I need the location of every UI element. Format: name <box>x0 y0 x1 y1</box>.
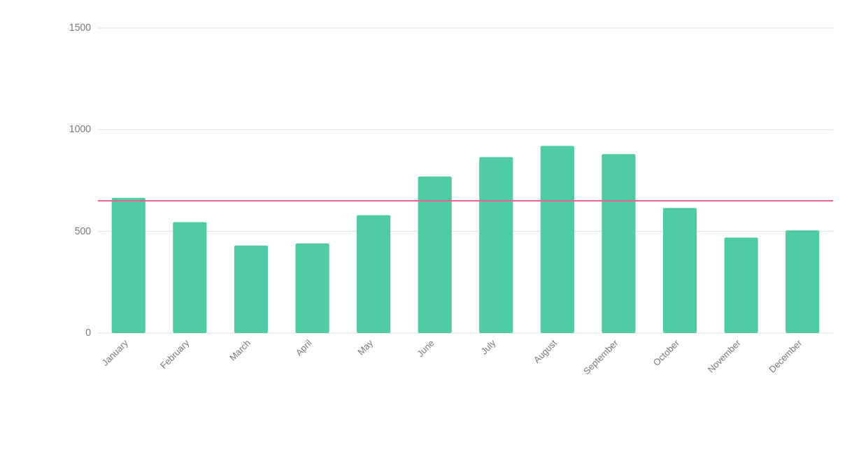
svg-text:1500: 1500 <box>69 22 91 33</box>
svg-text:500: 500 <box>75 225 92 236</box>
svg-rect-11 <box>295 243 329 333</box>
svg-rect-19 <box>785 230 819 333</box>
svg-text:March: March <box>227 338 252 363</box>
svg-text:August: August <box>532 337 559 365</box>
svg-text:July: July <box>478 337 497 356</box>
svg-rect-9 <box>173 223 206 333</box>
svg-rect-12 <box>357 215 390 333</box>
svg-rect-15 <box>541 146 574 333</box>
chart-container: 050010001500JanuaryFebruaryMarchAprilMay… <box>0 0 868 459</box>
svg-text:0: 0 <box>85 327 91 338</box>
chart-area: 050010001500JanuaryFebruaryMarchAprilMay… <box>56 21 847 389</box>
svg-rect-13 <box>418 176 452 333</box>
svg-rect-17 <box>663 208 697 333</box>
svg-text:January: January <box>100 337 131 368</box>
svg-text:December: December <box>767 337 804 374</box>
svg-text:1000: 1000 <box>69 123 91 134</box>
svg-text:April: April <box>294 337 314 358</box>
svg-text:October: October <box>651 337 682 368</box>
svg-rect-18 <box>725 237 758 333</box>
svg-text:February: February <box>158 337 192 371</box>
svg-rect-8 <box>112 198 145 333</box>
chart-svg: 050010001500JanuaryFebruaryMarchAprilMay… <box>56 21 847 389</box>
svg-rect-10 <box>234 246 268 333</box>
svg-rect-14 <box>479 157 513 333</box>
svg-text:May: May <box>355 337 375 357</box>
svg-text:June: June <box>415 338 436 360</box>
svg-text:November: November <box>706 337 743 374</box>
svg-rect-16 <box>602 154 635 333</box>
svg-text:September: September <box>581 337 620 376</box>
